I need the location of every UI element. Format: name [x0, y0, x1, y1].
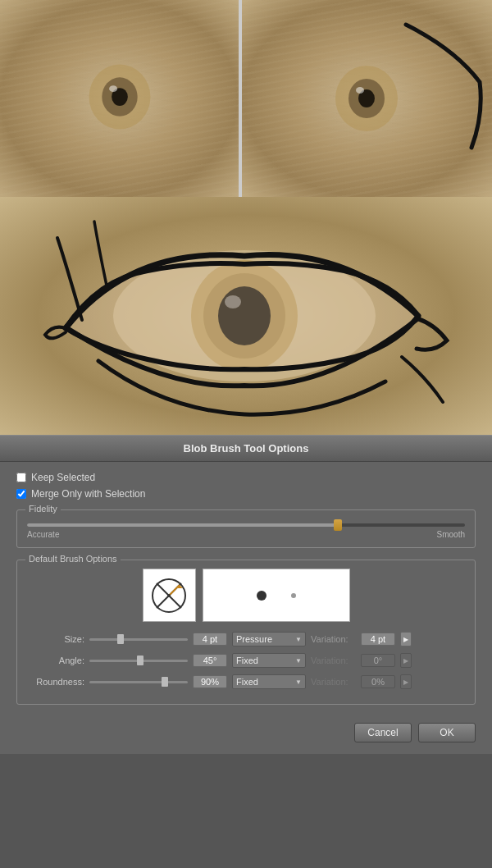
brush-icon-box	[143, 569, 196, 622]
brush-options-section: Default Brush Options	[16, 560, 476, 705]
keep-selected-checkbox[interactable]	[16, 473, 26, 482]
size-label: Size:	[27, 634, 84, 644]
roundness-row: Roundness: 90% Fixed ▼ Variation: 0% ▶	[27, 674, 465, 689]
blob-brush-dialog: Blob Brush Tool Options Keep Selected Me…	[0, 435, 492, 754]
cancel-button[interactable]: Cancel	[354, 723, 412, 742]
angle-method-dropdown[interactable]: Fixed ▼	[232, 653, 306, 668]
roundness-variation-label: Variation:	[311, 677, 356, 687]
dialog-buttons: Cancel OK	[0, 715, 492, 754]
size-slider-thumb[interactable]	[117, 634, 124, 644]
accurate-label: Accurate	[27, 530, 59, 539]
size-row: Size: 4 pt Pressure ▼ Variation: 4 pt ▶	[27, 632, 465, 646]
angle-label: Angle:	[27, 656, 84, 665]
svg-point-18	[167, 594, 171, 597]
dialog-title-bar: Blob Brush Tool Options	[0, 436, 492, 462]
size-variation-arrow[interactable]: ▶	[400, 632, 412, 646]
svg-point-3	[109, 85, 117, 92]
main-eye-svg	[0, 197, 492, 435]
fidelity-slider-labels: Accurate Smooth	[27, 530, 465, 539]
angle-slider[interactable]	[89, 660, 188, 662]
size-value[interactable]: 4 pt	[193, 633, 227, 646]
fidelity-slider-track[interactable]	[27, 523, 465, 527]
top-reference-images	[0, 0, 492, 197]
merge-only-label: Merge Only with Selection	[31, 488, 145, 500]
size-method-dropdown[interactable]: Pressure ▼	[232, 632, 306, 646]
brush-preview-dot-large	[257, 591, 266, 601]
brush-preview-area	[27, 569, 465, 622]
keep-selected-label: Keep Selected	[31, 472, 95, 483]
merge-only-row: Merge Only with Selection	[16, 488, 476, 500]
svg-point-7	[356, 87, 364, 94]
roundness-label: Roundness:	[27, 677, 84, 687]
size-variation-value[interactable]: 4 pt	[361, 633, 395, 646]
size-variation-label: Variation:	[311, 634, 356, 644]
angle-row: Angle: 45° Fixed ▼ Variation: 0° ▶	[27, 653, 465, 668]
ok-button[interactable]: OK	[418, 723, 476, 742]
eye-svg-right	[242, 0, 492, 197]
fidelity-section: Fidelity Accurate Smooth	[16, 509, 476, 548]
eye-svg-left	[0, 0, 239, 197]
fidelity-legend: Fidelity	[25, 504, 61, 514]
fidelity-slider-container	[27, 523, 465, 527]
angle-dropdown-arrow: ▼	[295, 657, 302, 665]
size-slider[interactable]	[89, 638, 188, 641]
brush-options-legend: Default Brush Options	[25, 554, 121, 564]
merge-only-checkbox[interactable]	[16, 489, 26, 499]
roundness-variation-value: 0%	[361, 675, 395, 688]
size-method-label: Pressure	[236, 634, 272, 644]
top-right-image	[242, 0, 492, 197]
roundness-slider[interactable]	[89, 681, 188, 683]
dialog-body: Keep Selected Merge Only with Selection …	[0, 462, 492, 715]
dialog-title: Blob Brush Tool Options	[184, 442, 309, 455]
top-left-image	[0, 0, 242, 197]
main-image	[0, 197, 492, 435]
size-dropdown-arrow: ▼	[295, 636, 302, 643]
fidelity-slider-thumb[interactable]	[334, 519, 342, 531]
brush-icon-svg	[148, 575, 189, 616]
roundness-value[interactable]: 90%	[193, 675, 227, 688]
brush-preview-box	[203, 569, 350, 622]
roundness-slider-thumb[interactable]	[162, 677, 168, 687]
brush-preview-dot-small	[291, 593, 296, 598]
angle-slider-thumb[interactable]	[137, 656, 144, 665]
angle-variation-value: 0°	[361, 654, 395, 667]
smooth-label: Smooth	[437, 530, 465, 539]
keep-selected-row: Keep Selected	[16, 472, 476, 483]
angle-variation-arrow: ▶	[400, 653, 412, 668]
fidelity-slider-fill	[27, 523, 342, 527]
roundness-method-label: Fixed	[236, 677, 258, 687]
roundness-variation-arrow: ▶	[400, 674, 412, 689]
angle-method-label: Fixed	[236, 656, 258, 665]
angle-value[interactable]: 45°	[193, 654, 227, 667]
roundness-dropdown-arrow: ▼	[295, 678, 302, 686]
angle-variation-label: Variation:	[311, 656, 356, 665]
roundness-method-dropdown[interactable]: Fixed ▼	[232, 674, 306, 689]
